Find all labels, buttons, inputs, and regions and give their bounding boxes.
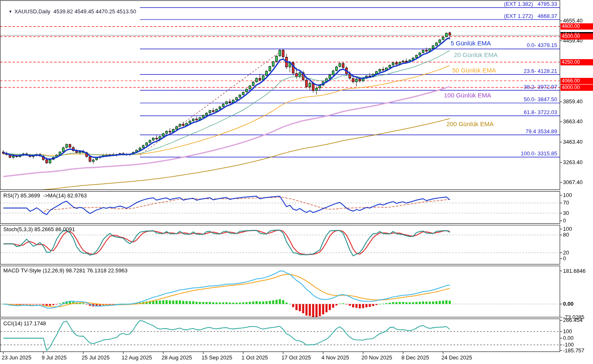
- date-axis-label: 9 Jul 2025: [42, 355, 67, 360]
- rsi-pane-label: RSI(7) 85.3699 ->MA(14) 82.9763: [3, 192, 87, 199]
- cci-scale-label: -185.757: [563, 348, 584, 353]
- ema-label-50: 50 Günlük EMA: [452, 67, 496, 73]
- fib-extension-label: (EXT 1.272) 4668.37: [504, 13, 557, 19]
- date-axis-label: 25 Jul 2025: [82, 355, 110, 360]
- fib-extension-label: (EXT 1.382) 4785.33: [504, 1, 557, 7]
- chart-canvas[interactable]: [0, 0, 593, 364]
- stoch-scale-label: 80: [563, 232, 569, 237]
- stoch-scale-label: 20: [563, 250, 569, 255]
- alert-price-badge: 4500.00: [561, 33, 593, 40]
- macd-pane-label: MACD TV-Style (12,26,9) 98.7281 76.1318 …: [3, 267, 127, 274]
- rsi-scale-label: 0: [563, 218, 566, 223]
- cci-scale-label: 266.454: [563, 317, 583, 323]
- price-axis-label: 4655.40: [563, 18, 583, 23]
- alert-price-badge: 4066.00: [561, 78, 593, 84]
- fib-retracement-label: 61.8- 3722.03: [524, 110, 557, 115]
- rsi-scale-label: 30: [563, 210, 569, 216]
- cci-scale-label: 0.00: [563, 335, 573, 341]
- macd-scale-label: 181.6846: [563, 268, 586, 274]
- cci-pane-label: CCI(14) 117.1748: [3, 320, 46, 327]
- fib-retracement-label: 0.0- 4379.15: [527, 42, 557, 48]
- date-axis-label: 17 Oct 2025: [282, 355, 311, 360]
- date-axis-label: 15 Sep 2025: [202, 355, 232, 360]
- cci-scale-label: -100: [563, 342, 574, 347]
- date-axis-label: 12 Aug 2025: [122, 355, 152, 360]
- cci-scale-label: 100: [563, 329, 572, 334]
- date-axis-label: 8 Dec 2025: [401, 355, 429, 360]
- price-axis-label: 3263.40: [563, 160, 583, 165]
- ema-label-20: 20 Günlük EMA: [454, 52, 498, 58]
- price-axis-label: 3859.40: [563, 99, 583, 104]
- date-axis-label: 1 Oct 2025: [242, 355, 268, 360]
- stoch-scale-label: 0: [563, 256, 566, 261]
- fib-retracement-label: 38.2- 3972.97: [524, 84, 557, 90]
- symbol-ohlc-info: XAUUSD,Daily 4539.82 4549.45 4470.25 451…: [14, 8, 136, 15]
- date-axis-label: 20 Nov 2025: [361, 355, 392, 360]
- ema-label-200: 200 Günlük EMA: [446, 121, 493, 127]
- price-axis-label: 3663.40: [563, 119, 583, 124]
- rsi-scale-label: 70: [563, 200, 569, 205]
- stoch-pane-label: Stoch(5,3,3) 85.2665 86.0091: [3, 226, 75, 232]
- alert-price-badge: 4000.00: [561, 85, 593, 91]
- ema-label-100: 100 Günlük EMA: [444, 92, 491, 98]
- fib-retracement-label: 100.0- 3315.85: [521, 151, 557, 156]
- date-axis-label: 24 Dec 2025: [441, 355, 472, 360]
- price-axis-label: 3463.40: [563, 139, 583, 145]
- stoch-scale-label: 100: [563, 226, 572, 232]
- ema-label-5: 5 Günlük EMA: [451, 40, 491, 46]
- price-axis-label: 3067.40: [563, 180, 583, 185]
- trading-chart-window: ▼XAUUSD,Daily 4539.82 4549.45 4470.25 45…: [0, 0, 593, 364]
- rsi-scale-label: 100: [563, 192, 572, 198]
- macd-scale-label: 0.00: [563, 301, 573, 307]
- alert-price-badge: 4600.00: [561, 23, 593, 30]
- fib-retracement-label: 50.0- 3847.50: [524, 97, 557, 102]
- date-axis-label: 23 Jun 2025: [2, 355, 32, 360]
- fib-retracement-label: 23.6- 4128.21: [524, 68, 557, 74]
- date-axis-label: 28 Aug 2025: [162, 355, 192, 360]
- fib-retracement-label: 79.4 3534.89: [526, 129, 557, 134]
- date-axis-label: 4 Nov 2025: [321, 355, 349, 360]
- alert-price-badge: 4250.00: [561, 59, 593, 65]
- chart-header: ▼XAUUSD,Daily 4539.82 4549.45 4470.25 45…: [2, 2, 136, 21]
- symbol-dropdown-icon[interactable]: ▼: [8, 10, 12, 14]
